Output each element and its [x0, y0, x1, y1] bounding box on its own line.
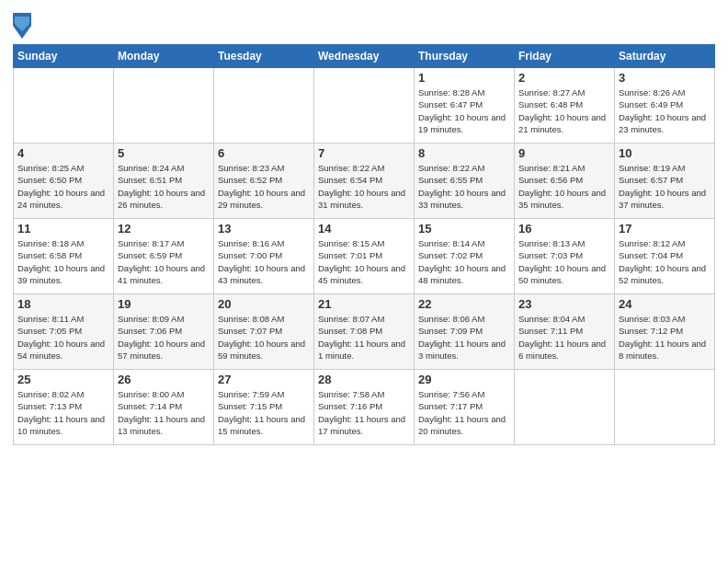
day-cell: 26Sunrise: 8:00 AM Sunset: 7:14 PM Dayli… — [114, 370, 214, 445]
day-cell: 28Sunrise: 7:58 AM Sunset: 7:16 PM Dayli… — [314, 370, 415, 445]
day-cell: 23Sunrise: 8:04 AM Sunset: 7:11 PM Dayli… — [515, 294, 615, 370]
day-cell: 4Sunrise: 8:25 AM Sunset: 6:50 PM Daylig… — [14, 144, 114, 219]
header-cell-saturday: Saturday — [615, 45, 715, 68]
day-info: Sunrise: 8:27 AM Sunset: 6:48 PM Dayligh… — [518, 86, 610, 135]
day-cell: 3Sunrise: 8:26 AM Sunset: 6:49 PM Daylig… — [615, 68, 715, 144]
day-cell — [14, 68, 114, 144]
day-cell: 7Sunrise: 8:22 AM Sunset: 6:54 PM Daylig… — [314, 144, 415, 219]
day-number: 15 — [418, 222, 510, 236]
day-number: 6 — [218, 146, 310, 160]
day-cell: 22Sunrise: 8:06 AM Sunset: 7:09 PM Dayli… — [415, 294, 515, 370]
day-cell: 29Sunrise: 7:56 AM Sunset: 7:17 PM Dayli… — [415, 370, 515, 445]
day-cell: 9Sunrise: 8:21 AM Sunset: 6:56 PM Daylig… — [515, 144, 615, 219]
day-info: Sunrise: 8:03 AM Sunset: 7:12 PM Dayligh… — [619, 313, 711, 362]
week-row-4: 18Sunrise: 8:11 AM Sunset: 7:05 PM Dayli… — [14, 294, 715, 370]
day-number: 19 — [118, 297, 210, 311]
day-cell — [314, 68, 415, 144]
day-number: 1 — [418, 71, 510, 85]
header-row: SundayMondayTuesdayWednesdayThursdayFrid… — [14, 45, 715, 68]
day-info: Sunrise: 8:00 AM Sunset: 7:14 PM Dayligh… — [118, 388, 210, 437]
day-cell: 15Sunrise: 8:14 AM Sunset: 7:02 PM Dayli… — [415, 219, 515, 294]
day-number: 7 — [318, 146, 410, 160]
day-info: Sunrise: 8:22 AM Sunset: 6:54 PM Dayligh… — [318, 162, 410, 211]
day-info: Sunrise: 8:17 AM Sunset: 6:59 PM Dayligh… — [118, 237, 210, 286]
day-number: 29 — [418, 373, 510, 386]
day-info: Sunrise: 8:24 AM Sunset: 6:51 PM Dayligh… — [118, 162, 210, 211]
day-cell: 13Sunrise: 8:16 AM Sunset: 7:00 PM Dayli… — [214, 219, 314, 294]
header — [13, 9, 715, 39]
day-info: Sunrise: 8:21 AM Sunset: 6:56 PM Dayligh… — [518, 162, 610, 211]
day-number: 3 — [619, 71, 711, 85]
day-cell: 1Sunrise: 8:28 AM Sunset: 6:47 PM Daylig… — [415, 68, 515, 144]
day-cell: 11Sunrise: 8:18 AM Sunset: 6:58 PM Dayli… — [14, 219, 114, 294]
calendar-body: 1Sunrise: 8:28 AM Sunset: 6:47 PM Daylig… — [14, 68, 715, 445]
day-cell: 14Sunrise: 8:15 AM Sunset: 7:01 PM Dayli… — [314, 219, 415, 294]
day-cell: 25Sunrise: 8:02 AM Sunset: 7:13 PM Dayli… — [14, 370, 114, 445]
day-cell — [214, 68, 314, 144]
day-info: Sunrise: 8:02 AM Sunset: 7:13 PM Dayligh… — [17, 388, 109, 437]
week-row-1: 1Sunrise: 8:28 AM Sunset: 6:47 PM Daylig… — [14, 68, 715, 144]
day-number: 17 — [619, 222, 711, 236]
day-cell: 18Sunrise: 8:11 AM Sunset: 7:05 PM Dayli… — [14, 294, 114, 370]
day-info: Sunrise: 7:58 AM Sunset: 7:16 PM Dayligh… — [318, 388, 410, 437]
day-cell: 8Sunrise: 8:22 AM Sunset: 6:55 PM Daylig… — [415, 144, 515, 219]
day-number: 27 — [218, 373, 310, 386]
week-row-5: 25Sunrise: 8:02 AM Sunset: 7:13 PM Dayli… — [14, 370, 715, 445]
day-info: Sunrise: 8:18 AM Sunset: 6:58 PM Dayligh… — [17, 237, 109, 286]
day-info: Sunrise: 8:16 AM Sunset: 7:00 PM Dayligh… — [218, 237, 310, 286]
day-cell: 2Sunrise: 8:27 AM Sunset: 6:48 PM Daylig… — [515, 68, 615, 144]
day-cell: 24Sunrise: 8:03 AM Sunset: 7:12 PM Dayli… — [615, 294, 715, 370]
day-info: Sunrise: 8:12 AM Sunset: 7:04 PM Dayligh… — [619, 237, 711, 286]
day-info: Sunrise: 8:04 AM Sunset: 7:11 PM Dayligh… — [518, 313, 610, 362]
day-number: 20 — [218, 297, 310, 311]
day-cell: 10Sunrise: 8:19 AM Sunset: 6:57 PM Dayli… — [615, 144, 715, 219]
day-info: Sunrise: 8:25 AM Sunset: 6:50 PM Dayligh… — [17, 162, 109, 211]
week-row-2: 4Sunrise: 8:25 AM Sunset: 6:50 PM Daylig… — [14, 144, 715, 219]
day-cell: 16Sunrise: 8:13 AM Sunset: 7:03 PM Dayli… — [515, 219, 615, 294]
day-number: 21 — [318, 297, 410, 311]
day-number: 18 — [17, 297, 109, 311]
day-cell: 6Sunrise: 8:23 AM Sunset: 6:52 PM Daylig… — [214, 144, 314, 219]
calendar-table: SundayMondayTuesdayWednesdayThursdayFrid… — [13, 44, 715, 445]
day-number: 10 — [619, 146, 711, 160]
day-info: Sunrise: 8:06 AM Sunset: 7:09 PM Dayligh… — [418, 313, 510, 362]
day-cell: 5Sunrise: 8:24 AM Sunset: 6:51 PM Daylig… — [114, 144, 214, 219]
header-cell-wednesday: Wednesday — [314, 45, 415, 68]
day-cell: 21Sunrise: 8:07 AM Sunset: 7:08 PM Dayli… — [314, 294, 415, 370]
day-info: Sunrise: 8:23 AM Sunset: 6:52 PM Dayligh… — [218, 162, 310, 211]
day-cell: 27Sunrise: 7:59 AM Sunset: 7:15 PM Dayli… — [214, 370, 314, 445]
day-number: 28 — [318, 373, 410, 386]
day-info: Sunrise: 8:11 AM Sunset: 7:05 PM Dayligh… — [17, 313, 109, 362]
logo — [13, 13, 33, 39]
day-info: Sunrise: 8:19 AM Sunset: 6:57 PM Dayligh… — [619, 162, 711, 211]
day-number: 5 — [118, 146, 210, 160]
header-cell-sunday: Sunday — [14, 45, 114, 68]
header-cell-friday: Friday — [515, 45, 615, 68]
week-row-3: 11Sunrise: 8:18 AM Sunset: 6:58 PM Dayli… — [14, 219, 715, 294]
calendar-header: SundayMondayTuesdayWednesdayThursdayFrid… — [14, 45, 715, 68]
day-info: Sunrise: 7:56 AM Sunset: 7:17 PM Dayligh… — [418, 388, 510, 437]
day-number: 13 — [218, 222, 310, 236]
day-info: Sunrise: 8:07 AM Sunset: 7:08 PM Dayligh… — [318, 313, 410, 362]
header-cell-thursday: Thursday — [415, 45, 515, 68]
day-number: 12 — [118, 222, 210, 236]
day-cell: 12Sunrise: 8:17 AM Sunset: 6:59 PM Dayli… — [114, 219, 214, 294]
day-cell: 19Sunrise: 8:09 AM Sunset: 7:06 PM Dayli… — [114, 294, 214, 370]
day-info: Sunrise: 8:14 AM Sunset: 7:02 PM Dayligh… — [418, 237, 510, 286]
day-cell: 17Sunrise: 8:12 AM Sunset: 7:04 PM Dayli… — [615, 219, 715, 294]
day-info: Sunrise: 8:22 AM Sunset: 6:55 PM Dayligh… — [418, 162, 510, 211]
page-container: SundayMondayTuesdayWednesdayThursdayFrid… — [0, 0, 728, 453]
day-cell — [515, 370, 615, 445]
day-number: 16 — [518, 222, 610, 236]
day-info: Sunrise: 8:09 AM Sunset: 7:06 PM Dayligh… — [118, 313, 210, 362]
header-cell-monday: Monday — [114, 45, 214, 68]
day-number: 11 — [17, 222, 109, 236]
day-number: 4 — [17, 146, 109, 160]
day-number: 22 — [418, 297, 510, 311]
day-info: Sunrise: 8:26 AM Sunset: 6:49 PM Dayligh… — [619, 86, 711, 135]
day-number: 14 — [318, 222, 410, 236]
logo-icon — [13, 13, 31, 39]
day-info: Sunrise: 8:15 AM Sunset: 7:01 PM Dayligh… — [318, 237, 410, 286]
day-number: 25 — [17, 373, 109, 386]
day-info: Sunrise: 7:59 AM Sunset: 7:15 PM Dayligh… — [218, 388, 310, 437]
